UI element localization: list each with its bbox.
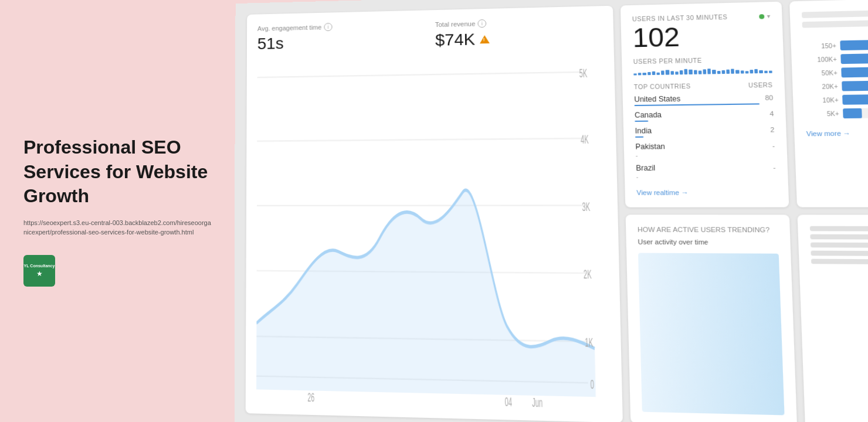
country-item: Brazil - -: [636, 163, 776, 180]
country-item: United States 80: [634, 93, 773, 106]
svg-text:0: 0: [590, 377, 594, 391]
revenue-value: $74K: [435, 28, 602, 50]
revenue-metric: Total revenue i $74K: [435, 16, 602, 49]
svg-line-1: [257, 138, 583, 141]
bar-mini: [755, 69, 758, 74]
right-bottom-card: [798, 215, 868, 422]
right-top-title: [802, 8, 868, 32]
svg-text:3K: 3K: [582, 200, 591, 213]
engagement-value: 51s: [257, 32, 418, 53]
country-name: Pakistan: [635, 142, 665, 151]
h-bar-row: 20K+: [804, 79, 868, 91]
left-panel: Professional SEO Services for Website Gr…: [0, 0, 235, 422]
h-bar-label: 5K+: [805, 110, 839, 117]
logo-badge: YL Consultancy ★: [23, 255, 55, 287]
svg-line-0: [257, 72, 582, 77]
h-bar-track: [840, 52, 868, 64]
bar-mini: [731, 69, 734, 74]
h-bar-label: 100K+: [803, 56, 837, 63]
country-name: Brazil: [636, 164, 655, 172]
h-bar-track: [843, 107, 868, 119]
bar-mini: [684, 69, 688, 74]
view-realtime-link[interactable]: View realtime →: [636, 189, 777, 196]
page-title: Professional SEO Services for Website Gr…: [23, 135, 211, 209]
country-name: United States: [634, 94, 680, 104]
svg-text:2K: 2K: [584, 267, 592, 281]
h-bar-fill: [840, 53, 868, 64]
bar-mini: [717, 71, 720, 74]
bar-mini: [675, 72, 679, 75]
country-value: 80: [765, 94, 773, 101]
bar-mini: [694, 70, 697, 74]
bar-mini: [721, 70, 725, 74]
bar-mini: [666, 70, 669, 74]
bar-mini: [745, 71, 749, 74]
svg-text:4K: 4K: [581, 133, 589, 146]
country-item: India 2: [635, 125, 775, 138]
analytics-container: Avg. engagement time i 51s Total revenue…: [233, 0, 868, 422]
svg-text:5K: 5K: [579, 67, 588, 80]
trending-title: HOW ARE ACTIVE USERS TRENDING?: [638, 226, 778, 233]
h-bar-track: [840, 38, 868, 50]
bar-mini: [712, 70, 716, 74]
h-bar-label: 10K+: [805, 97, 838, 104]
users-header-right: ▾: [759, 13, 771, 20]
bar-mini: [735, 70, 739, 74]
line-chart-svg: 5K 4K 3K 2K 1K 0 26 04 Jun: [256, 59, 611, 411]
bar-mini: [769, 71, 772, 73]
realtime-indicator: [759, 14, 764, 19]
page-url[interactable]: https://seoexpert.s3.eu-central-003.back…: [23, 218, 211, 237]
users-count: 102: [632, 22, 771, 51]
h-bar-row: 10K+: [805, 93, 868, 106]
bar-mini: [661, 70, 664, 75]
line-chart-area: 5K 4K 3K 2K 1K 0 26 04 Jun: [256, 59, 611, 411]
h-bar-track: [842, 93, 868, 105]
svg-text:04: 04: [504, 394, 512, 408]
revenue-info-icon[interactable]: i: [477, 19, 486, 28]
bar-mini: [643, 73, 646, 76]
bar-mini: [764, 70, 768, 73]
bar-mini: [741, 70, 744, 74]
bar-mini: [703, 69, 706, 74]
users-trending-card: HOW ARE ACTIVE USERS TRENDING? User acti…: [626, 215, 797, 422]
h-bar-track: [841, 66, 868, 77]
country-value: -: [773, 164, 776, 171]
h-bar-row: 150+: [803, 38, 868, 51]
h-bar-label: 150+: [803, 42, 836, 50]
bar-mini: [638, 73, 642, 76]
country-item: Canada 4: [635, 109, 774, 121]
bar-mini: [656, 72, 660, 75]
top-countries-header: TOP COUNTRIES USERS: [634, 81, 773, 90]
bar-mini: [652, 71, 656, 75]
bar-mini: [699, 70, 702, 74]
country-value: -: [772, 142, 775, 149]
h-bar-fill: [843, 108, 862, 118]
countries-list: United States 80 Canada 4 India 2 Pakist…: [634, 93, 776, 185]
warning-icon: [480, 35, 490, 43]
country-dash: -: [636, 151, 775, 159]
users-realtime-card: USERS IN LAST 30 MINUTES ▾ 102 USERS PER…: [621, 2, 789, 207]
bar-mini: [670, 71, 674, 75]
analytics-panel: Avg. engagement time i 51s Total revenue…: [233, 0, 868, 422]
engagement-metric: Avg. engagement time i 51s: [257, 21, 418, 53]
h-bar-label: 50K+: [804, 69, 838, 76]
main-chart-card: Avg. engagement time i 51s Total revenue…: [246, 6, 623, 422]
country-item: Pakistan - -: [635, 141, 775, 159]
bar-mini: [689, 70, 693, 74]
header-dropdown-icon[interactable]: ▾: [767, 13, 771, 20]
engagement-info-icon[interactable]: i: [324, 23, 332, 31]
country-bar: [635, 137, 643, 138]
users-header: USERS IN LAST 30 MINUTES ▾: [632, 13, 771, 23]
view-more-link[interactable]: View more →: [806, 128, 868, 137]
bar-mini: [726, 69, 730, 74]
bar-mini: [633, 74, 637, 76]
badge-text: YL Consultancy: [24, 264, 55, 268]
country-value: 2: [770, 126, 774, 134]
h-bar-fill: [842, 94, 868, 105]
h-bar-track: [842, 79, 868, 91]
engagement-label: Avg. engagement time i: [257, 21, 417, 33]
country-name: Canada: [635, 111, 662, 120]
svg-text:1K: 1K: [585, 336, 594, 349]
bar-mini: [647, 72, 651, 76]
country-name: India: [635, 127, 652, 135]
